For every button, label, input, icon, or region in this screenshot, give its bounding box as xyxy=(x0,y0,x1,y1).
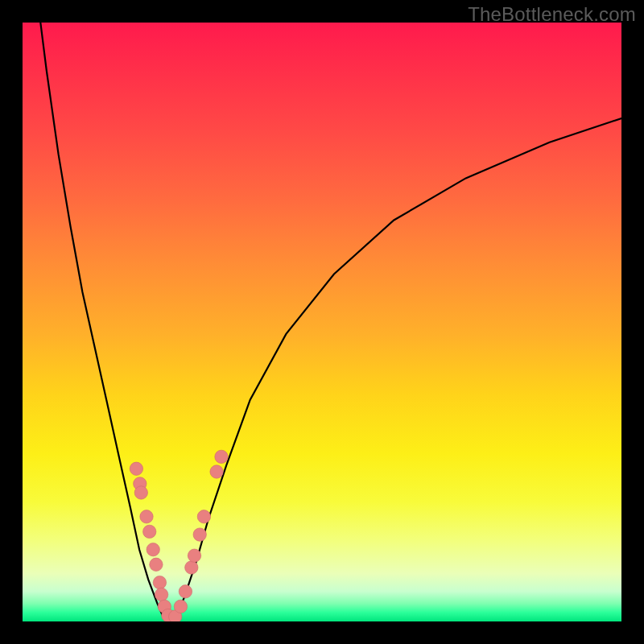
data-marker xyxy=(150,558,163,571)
data-marker xyxy=(153,576,166,588)
data-marker xyxy=(215,450,228,463)
data-marker xyxy=(197,510,210,523)
data-marker xyxy=(130,462,142,475)
data-marker xyxy=(179,585,192,598)
data-marker xyxy=(185,561,198,574)
data-marker xyxy=(193,528,206,541)
data-marker xyxy=(143,525,156,538)
data-marker xyxy=(210,465,223,478)
watermark-text: TheBottleneck.com xyxy=(468,3,636,26)
bottleneck-curve xyxy=(23,23,621,621)
data-marker xyxy=(188,549,200,562)
data-marker xyxy=(155,588,167,601)
series-bottleneck-curve-right xyxy=(175,118,621,618)
plot-area xyxy=(23,23,621,621)
chart-frame: TheBottleneck.com xyxy=(0,0,644,644)
data-marker xyxy=(134,486,147,499)
data-marker xyxy=(140,510,153,523)
data-marker xyxy=(147,543,159,556)
data-marker xyxy=(174,600,187,613)
